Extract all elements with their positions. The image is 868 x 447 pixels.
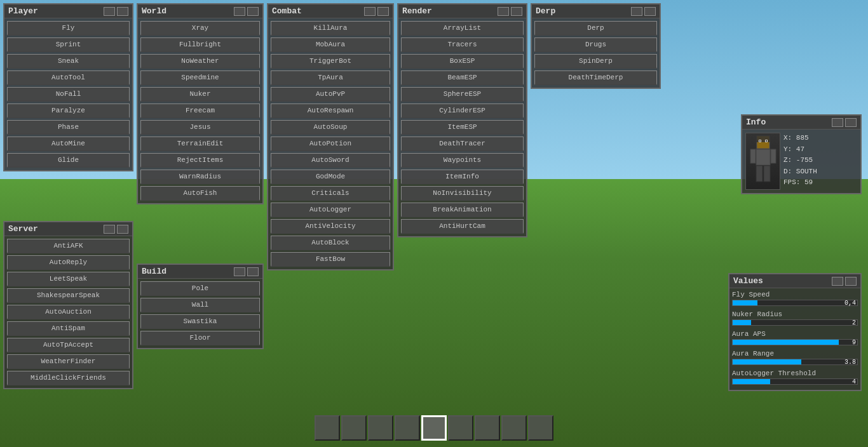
hotbar-slot-7[interactable] [475, 415, 500, 441]
player-panel-btn2[interactable] [117, 7, 128, 16]
mod-button-tracers[interactable]: Tracers [401, 37, 524, 52]
mod-button-pole[interactable]: Pole [140, 281, 260, 296]
slider-track-2[interactable]: 9 [732, 339, 858, 345]
mod-button-xray[interactable]: Xray [140, 21, 260, 36]
mod-button-tpaura[interactable]: TpAura [271, 70, 390, 85]
world-panel-btn1[interactable] [234, 7, 245, 16]
mod-button-weatherfinder[interactable]: WeatherFinder [7, 354, 130, 369]
mod-button-automine[interactable]: AutoMine [7, 137, 130, 151]
mod-button-sneak[interactable]: Sneak [7, 54, 130, 69]
slider-track-0[interactable]: 0,4 [732, 300, 858, 306]
hotbar-slot-3[interactable] [368, 415, 393, 441]
server-panel-btn2[interactable] [117, 225, 128, 234]
mod-button-warnradius[interactable]: WarnRadius [140, 170, 260, 184]
mod-button-autopvp[interactable]: AutoPvP [271, 87, 390, 102]
mod-button-leetspeak[interactable]: LeetSpeak [7, 272, 130, 286]
mod-button-fullbright[interactable]: Fullbright [140, 37, 260, 52]
hotbar-slot-4[interactable] [395, 415, 420, 441]
derp-panel-btn1[interactable] [631, 7, 642, 16]
mod-button-antivelocity[interactable]: AntiVelocity [271, 219, 390, 234]
mod-button-antihurtcam[interactable]: AntiHurtCam [401, 219, 524, 234]
mod-button-autoblock[interactable]: AutoBlock [271, 236, 390, 250]
mod-button-breakanimation[interactable]: BreakAnimation [401, 203, 524, 217]
hotbar-slot-8[interactable] [501, 415, 527, 441]
hotbar-slot-2[interactable] [341, 415, 367, 441]
mod-button-autologger[interactable]: AutoLogger [271, 203, 390, 217]
render-panel-btn2[interactable] [511, 7, 522, 16]
mod-button-killaura[interactable]: KillAura [271, 21, 390, 36]
mod-button-autoreply[interactable]: AutoReply [7, 255, 130, 270]
mod-button-iteminfo[interactable]: ItemInfo [401, 170, 524, 184]
mod-button-shakespearspeak[interactable]: ShakespearSpeak [7, 288, 130, 303]
build-panel-btn2[interactable] [247, 267, 259, 276]
mod-button-deathtimederp[interactable]: DeathTimeDerp [534, 70, 657, 85]
render-panel-btn1[interactable] [498, 7, 509, 16]
mod-button-boxesp[interactable]: BoxESP [401, 54, 524, 69]
hotbar-slot-6[interactable] [448, 415, 473, 441]
slider-track-1[interactable]: 2 [732, 319, 858, 326]
mod-button-autotool[interactable]: AutoTool [7, 70, 130, 85]
mod-button-derp[interactable]: Derp [534, 21, 657, 36]
mod-button-sprint[interactable]: Sprint [7, 37, 130, 52]
derp-panel-btn2[interactable] [644, 7, 656, 16]
hotbar-slot-5[interactable] [421, 415, 447, 441]
mod-button-speedmine[interactable]: Speedmine [140, 70, 260, 85]
mod-button-noinvisibility[interactable]: NoInvisibility [401, 186, 524, 201]
mod-button-autofish[interactable]: AutoFish [140, 186, 260, 201]
mod-button-terrainedit[interactable]: TerrainEdit [140, 137, 260, 151]
combat-panel-btn2[interactable] [377, 7, 389, 16]
values-panel-btn2[interactable] [845, 277, 857, 286]
values-panel-btn1[interactable] [832, 277, 843, 286]
mod-button-floor[interactable]: Floor [140, 331, 260, 345]
player-panel-btn1[interactable] [104, 7, 115, 16]
mod-button-autotpaccept[interactable]: AutoTpAccept [7, 338, 130, 352]
mod-button-godmode[interactable]: GodMode [271, 170, 390, 184]
render-panel: Render ArrayListTracersBoxESPBeamESPSphe… [397, 3, 527, 237]
mod-button-waypoints[interactable]: Waypoints [401, 153, 524, 168]
mod-button-cylinderesp[interactable]: CylinderESP [401, 103, 524, 118]
mod-button-autosoup[interactable]: AutoSoup [271, 120, 390, 135]
mod-button-swastika[interactable]: Swastika [140, 314, 260, 329]
mod-button-jesus[interactable]: Jesus [140, 120, 260, 135]
build-panel-btn1[interactable] [234, 267, 245, 276]
mod-button-glide[interactable]: Glide [7, 153, 130, 168]
info-panel-btn2[interactable] [845, 118, 857, 127]
server-panel-btn1[interactable] [104, 225, 115, 234]
mod-button-triggerbot[interactable]: TriggerBot [271, 54, 390, 69]
mod-button-paralyze[interactable]: Paralyze [7, 103, 130, 118]
hotbar-slot-9[interactable] [528, 415, 553, 441]
mod-button-nofall[interactable]: NoFall [7, 87, 130, 102]
info-panel-btn1[interactable] [832, 118, 843, 127]
mod-button-middleclickfriends[interactable]: MiddleClickFriends [7, 371, 130, 385]
mod-button-fly[interactable]: Fly [7, 21, 130, 36]
world-panel-btn2[interactable] [247, 7, 259, 16]
combat-panel-btn1[interactable] [364, 7, 376, 16]
mod-button-autoauction[interactable]: AutoAuction [7, 305, 130, 319]
mod-button-deathtracer[interactable]: DeathTracer [401, 137, 524, 151]
mod-button-itemesp[interactable]: ItemESP [401, 120, 524, 135]
mod-button-spinderp[interactable]: SpinDerp [534, 54, 657, 69]
mod-button-mobaura[interactable]: MobAura [271, 37, 390, 52]
mod-button-arraylist[interactable]: ArrayList [401, 21, 524, 36]
mod-button-autosword[interactable]: AutoSword [271, 153, 390, 168]
mod-button-fastbow[interactable]: FastBow [271, 252, 390, 267]
mod-button-drugs[interactable]: Drugs [534, 37, 657, 52]
slider-track-4[interactable]: 4 [732, 378, 858, 385]
slider-track-3[interactable]: 3.8 [732, 359, 858, 365]
mod-button-autorespawn[interactable]: AutoRespawn [271, 103, 390, 118]
mod-button-antispam[interactable]: AntiSpam [7, 321, 130, 336]
mod-button-autopotion[interactable]: AutoPotion [271, 137, 390, 151]
mod-button-criticals[interactable]: Criticals [271, 186, 390, 201]
mod-button-nuker[interactable]: Nuker [140, 87, 260, 102]
mod-button-noweather[interactable]: NoWeather [140, 54, 260, 69]
mod-button-rejectitems[interactable]: RejectItems [140, 153, 260, 168]
hotbar-slot-1[interactable] [315, 415, 340, 441]
slider-fill-4 [733, 379, 770, 384]
svg-rect-4 [771, 149, 776, 163]
mod-button-beamesp[interactable]: BeamESP [401, 70, 524, 85]
mod-button-wall[interactable]: Wall [140, 298, 260, 312]
mod-button-freecam[interactable]: Freecam [140, 103, 260, 118]
mod-button-sphereesp[interactable]: SphereESP [401, 87, 524, 102]
mod-button-phase[interactable]: Phase [7, 120, 130, 135]
mod-button-antiafk[interactable]: AntiAFK [7, 239, 130, 253]
